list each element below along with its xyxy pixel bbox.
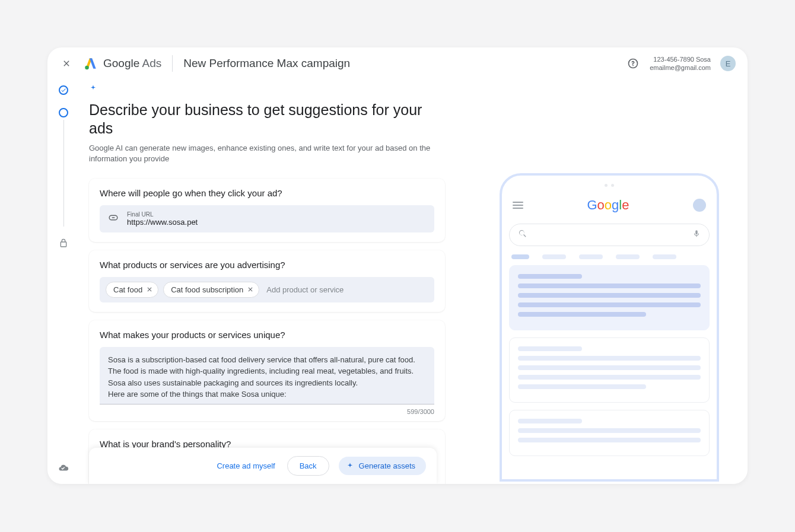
char-count: 599/3000 <box>100 404 434 415</box>
chip-label: Cat food subscription <box>171 285 243 294</box>
form-column: Describe your business to get suggestion… <box>89 84 445 484</box>
lock-icon <box>59 238 68 248</box>
main-heading: Describe your business to get suggestion… <box>89 101 445 138</box>
brand-ads: Ads <box>142 57 162 69</box>
close-button[interactable] <box>59 56 74 71</box>
phone-search-bar <box>509 224 710 246</box>
phone-result-highlighted <box>509 265 710 330</box>
chip-label: Cat food <box>113 285 142 294</box>
help-button[interactable] <box>626 56 640 71</box>
generate-label: Generate assets <box>359 461 415 470</box>
account-email: emailme@gmail.com <box>650 63 711 72</box>
sparkle-icon <box>89 84 445 95</box>
link-icon <box>108 212 119 225</box>
stepper-rail <box>47 79 80 484</box>
brand-google: Google <box>103 57 139 69</box>
step-2-current[interactable] <box>59 108 68 117</box>
chip-product-0[interactable]: Cat food <box>106 282 158 298</box>
final-url-field[interactable]: Final URL https://www.sosa.pet <box>100 205 434 232</box>
products-chips-field[interactable]: Cat food Cat food subscription Add produ… <box>100 277 434 302</box>
card-title-url: Where will people go when they click you… <box>100 188 434 198</box>
header-divider <box>172 55 173 72</box>
main-subtitle: Google AI can generate new images, enhan… <box>89 143 433 164</box>
phone-mockup: Google <box>500 173 719 482</box>
unique-text-p2: Here are some of the things that make So… <box>108 388 426 400</box>
phone-tabs <box>509 254 710 259</box>
preview-column: Google <box>481 84 738 484</box>
back-button[interactable]: Back <box>287 456 329 476</box>
unique-textarea[interactable]: Sosa is a subscription-based cat food de… <box>100 347 434 404</box>
url-label: Final URL <box>127 211 198 218</box>
phone-header: Google <box>509 197 710 213</box>
header-bar: Google Ads New Performance Max campaign … <box>47 47 748 79</box>
cloud-status <box>58 463 69 476</box>
header-right: 123-456-7890 Sosa emailme@gmail.com E <box>626 55 736 72</box>
phone-result <box>509 337 710 403</box>
step-1-done[interactable] <box>59 85 68 95</box>
products-card: What products or services are you advert… <box>89 250 445 312</box>
chip-remove-icon[interactable] <box>247 286 254 293</box>
hamburger-icon <box>513 202 523 209</box>
avatar[interactable]: E <box>720 56 736 71</box>
svg-point-0 <box>85 66 89 70</box>
page-title: New Performance Max campaign <box>183 57 350 70</box>
google-ads-logo <box>83 56 98 71</box>
url-value: https://www.sosa.pet <box>127 218 198 227</box>
generate-assets-button[interactable]: Generate assets <box>339 457 426 475</box>
chip-product-1[interactable]: Cat food subscription <box>163 282 259 298</box>
create-ad-myself-button[interactable]: Create ad myself <box>214 457 277 475</box>
phone-notch <box>509 184 710 187</box>
unique-text-p1: Sosa is a subscription-based cat food de… <box>108 354 426 389</box>
account-id: 123-456-7890 Sosa <box>650 55 711 63</box>
unique-card: What makes your products or services uni… <box>89 320 445 421</box>
body: Describe your business to get suggestion… <box>47 79 748 484</box>
url-text-group: Final URL https://www.sosa.pet <box>127 211 198 227</box>
brand-text: Google Ads <box>103 57 161 70</box>
sparkle-icon <box>346 462 354 470</box>
close-icon <box>62 59 71 68</box>
help-icon <box>627 58 639 69</box>
check-icon <box>61 87 66 93</box>
mic-icon <box>692 230 701 240</box>
cloud-done-icon <box>58 463 69 473</box>
final-url-card: Where will people go when they click you… <box>89 179 445 242</box>
step-line <box>63 120 64 227</box>
footer-action-bar: Create ad myself Back Generate assets <box>89 448 437 484</box>
products-placeholder: Add product or service <box>266 285 344 294</box>
card-title-unique: What makes your products or services uni… <box>100 330 434 340</box>
google-logo: Google <box>587 197 629 213</box>
main-content: Describe your business to get suggestion… <box>80 79 748 484</box>
app-window: Google Ads New Performance Max campaign … <box>47 47 748 484</box>
ads-logo-icon <box>83 56 98 71</box>
search-icon <box>518 229 527 241</box>
phone-avatar <box>693 199 706 212</box>
step-locked <box>59 238 68 250</box>
card-title-products: What products or services are you advert… <box>100 260 434 270</box>
phone-result <box>509 410 710 456</box>
account-info[interactable]: 123-456-7890 Sosa emailme@gmail.com <box>650 55 711 72</box>
chip-remove-icon[interactable] <box>146 286 153 293</box>
